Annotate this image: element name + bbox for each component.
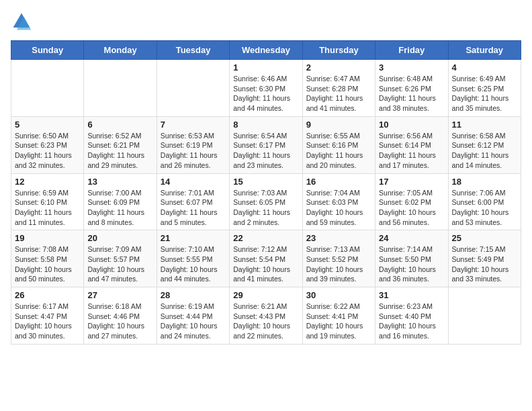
day-number: 27 (87, 290, 152, 300)
day-info: Sunrise: 6:17 AM Sunset: 4:47 PM Dayligh… (15, 302, 80, 341)
day-info: Sunrise: 6:54 AM Sunset: 6:17 PM Dayligh… (233, 131, 298, 171)
day-info: Sunrise: 7:05 AM Sunset: 6:02 PM Dayligh… (379, 188, 444, 228)
day-number: 9 (306, 120, 371, 130)
logo (11, 11, 35, 32)
calendar-week-row: 19Sunrise: 7:08 AM Sunset: 5:58 PM Dayli… (11, 230, 521, 287)
day-number: 12 (15, 177, 80, 187)
day-info: Sunrise: 7:13 AM Sunset: 5:52 PM Dayligh… (306, 244, 371, 284)
day-info: Sunrise: 7:12 AM Sunset: 5:54 PM Dayligh… (233, 244, 298, 284)
calendar-cell: 3Sunrise: 6:48 AM Sunset: 6:26 PM Daylig… (375, 60, 448, 117)
calendar-cell: 8Sunrise: 6:54 AM Sunset: 6:17 PM Daylig… (230, 116, 302, 173)
calendar-week-row: 26Sunrise: 6:17 AM Sunset: 4:47 PM Dayli… (11, 287, 521, 345)
day-number: 15 (233, 177, 298, 187)
calendar-cell (157, 60, 229, 117)
day-info: Sunrise: 6:49 AM Sunset: 6:25 PM Dayligh… (452, 74, 517, 113)
calendar-cell: 17Sunrise: 7:05 AM Sunset: 6:02 PM Dayli… (375, 173, 448, 230)
day-number: 21 (161, 233, 226, 243)
calendar-cell: 12Sunrise: 6:59 AM Sunset: 6:10 PM Dayli… (11, 173, 84, 230)
calendar-cell: 26Sunrise: 6:17 AM Sunset: 4:47 PM Dayli… (11, 287, 84, 345)
weekday-header: Monday (84, 41, 157, 60)
day-number: 30 (306, 290, 371, 300)
weekday-header: Saturday (448, 41, 521, 60)
day-info: Sunrise: 6:55 AM Sunset: 6:16 PM Dayligh… (306, 131, 371, 171)
day-number: 22 (233, 233, 298, 243)
logo-icon (11, 11, 32, 32)
day-number: 25 (452, 233, 517, 243)
calendar-cell: 15Sunrise: 7:03 AM Sunset: 6:05 PM Dayli… (230, 173, 302, 230)
day-info: Sunrise: 6:58 AM Sunset: 6:12 PM Dayligh… (452, 131, 517, 171)
day-info: Sunrise: 6:56 AM Sunset: 6:14 PM Dayligh… (379, 131, 444, 171)
calendar-cell: 4Sunrise: 6:49 AM Sunset: 6:25 PM Daylig… (448, 60, 521, 117)
day-number: 2 (306, 62, 371, 73)
weekday-header: Friday (375, 41, 448, 60)
calendar-cell: 29Sunrise: 6:21 AM Sunset: 4:43 PM Dayli… (230, 287, 302, 345)
day-number: 24 (379, 233, 444, 243)
day-number: 29 (233, 290, 298, 300)
day-info: Sunrise: 6:23 AM Sunset: 4:40 PM Dayligh… (379, 302, 444, 341)
day-number: 7 (161, 120, 226, 130)
day-number: 13 (87, 177, 152, 187)
calendar-cell: 2Sunrise: 6:47 AM Sunset: 6:28 PM Daylig… (302, 60, 375, 117)
calendar-cell: 19Sunrise: 7:08 AM Sunset: 5:58 PM Dayli… (11, 230, 84, 287)
calendar-cell: 11Sunrise: 6:58 AM Sunset: 6:12 PM Dayli… (448, 116, 521, 173)
calendar-cell: 5Sunrise: 6:50 AM Sunset: 6:23 PM Daylig… (11, 116, 84, 173)
calendar-cell: 18Sunrise: 7:06 AM Sunset: 6:00 PM Dayli… (448, 173, 521, 230)
calendar-cell: 30Sunrise: 6:22 AM Sunset: 4:41 PM Dayli… (302, 287, 375, 345)
day-info: Sunrise: 6:19 AM Sunset: 4:44 PM Dayligh… (161, 302, 226, 341)
day-number: 14 (161, 177, 226, 187)
day-number: 1 (233, 62, 298, 73)
day-info: Sunrise: 6:18 AM Sunset: 4:46 PM Dayligh… (87, 302, 152, 341)
day-info: Sunrise: 6:21 AM Sunset: 4:43 PM Dayligh… (233, 302, 298, 341)
day-info: Sunrise: 7:08 AM Sunset: 5:58 PM Dayligh… (15, 244, 80, 284)
calendar-cell: 6Sunrise: 6:52 AM Sunset: 6:21 PM Daylig… (84, 116, 157, 173)
calendar-cell: 21Sunrise: 7:10 AM Sunset: 5:55 PM Dayli… (157, 230, 229, 287)
calendar-cell (448, 287, 521, 345)
calendar-table: SundayMondayTuesdayWednesdayThursdayFrid… (11, 40, 521, 345)
day-number: 19 (15, 233, 80, 243)
day-info: Sunrise: 6:47 AM Sunset: 6:28 PM Dayligh… (306, 74, 371, 113)
day-number: 18 (452, 177, 517, 187)
calendar-cell (11, 60, 84, 117)
day-info: Sunrise: 7:06 AM Sunset: 6:00 PM Dayligh… (452, 188, 517, 228)
day-number: 5 (15, 120, 80, 130)
day-number: 3 (379, 62, 444, 73)
calendar-cell: 22Sunrise: 7:12 AM Sunset: 5:54 PM Dayli… (230, 230, 302, 287)
day-number: 17 (379, 177, 444, 187)
day-info: Sunrise: 7:10 AM Sunset: 5:55 PM Dayligh… (161, 244, 226, 284)
day-number: 8 (233, 120, 298, 130)
calendar-cell: 25Sunrise: 7:15 AM Sunset: 5:49 PM Dayli… (448, 230, 521, 287)
calendar-cell: 28Sunrise: 6:19 AM Sunset: 4:44 PM Dayli… (157, 287, 229, 345)
day-info: Sunrise: 7:15 AM Sunset: 5:49 PM Dayligh… (452, 244, 517, 284)
weekday-header: Sunday (11, 41, 84, 60)
day-info: Sunrise: 7:01 AM Sunset: 6:07 PM Dayligh… (161, 188, 226, 228)
calendar-cell: 16Sunrise: 7:04 AM Sunset: 6:03 PM Dayli… (302, 173, 375, 230)
calendar-cell: 23Sunrise: 7:13 AM Sunset: 5:52 PM Dayli… (302, 230, 375, 287)
day-number: 23 (306, 233, 371, 243)
day-info: Sunrise: 6:48 AM Sunset: 6:26 PM Dayligh… (379, 74, 444, 113)
calendar-week-row: 5Sunrise: 6:50 AM Sunset: 6:23 PM Daylig… (11, 116, 521, 173)
calendar-cell: 27Sunrise: 6:18 AM Sunset: 4:46 PM Dayli… (84, 287, 157, 345)
day-number: 20 (87, 233, 152, 243)
calendar-cell: 1Sunrise: 6:46 AM Sunset: 6:30 PM Daylig… (230, 60, 302, 117)
day-info: Sunrise: 6:52 AM Sunset: 6:21 PM Dayligh… (87, 131, 152, 171)
day-info: Sunrise: 7:03 AM Sunset: 6:05 PM Dayligh… (233, 188, 298, 228)
day-info: Sunrise: 6:59 AM Sunset: 6:10 PM Dayligh… (15, 188, 80, 228)
day-info: Sunrise: 7:00 AM Sunset: 6:09 PM Dayligh… (87, 188, 152, 228)
day-number: 16 (306, 177, 371, 187)
day-info: Sunrise: 6:22 AM Sunset: 4:41 PM Dayligh… (306, 302, 371, 341)
day-info: Sunrise: 7:14 AM Sunset: 5:50 PM Dayligh… (379, 244, 444, 284)
weekday-header: Wednesday (230, 41, 302, 60)
day-info: Sunrise: 7:04 AM Sunset: 6:03 PM Dayligh… (306, 188, 371, 228)
calendar-week-row: 1Sunrise: 6:46 AM Sunset: 6:30 PM Daylig… (11, 60, 521, 117)
day-number: 31 (379, 290, 444, 300)
day-number: 6 (87, 120, 152, 130)
calendar-cell: 9Sunrise: 6:55 AM Sunset: 6:16 PM Daylig… (302, 116, 375, 173)
calendar-cell: 13Sunrise: 7:00 AM Sunset: 6:09 PM Dayli… (84, 173, 157, 230)
weekday-header: Thursday (302, 41, 375, 60)
day-number: 10 (379, 120, 444, 130)
day-info: Sunrise: 7:09 AM Sunset: 5:57 PM Dayligh… (87, 244, 152, 284)
calendar-cell: 14Sunrise: 7:01 AM Sunset: 6:07 PM Dayli… (157, 173, 229, 230)
calendar-cell: 24Sunrise: 7:14 AM Sunset: 5:50 PM Dayli… (375, 230, 448, 287)
day-info: Sunrise: 6:46 AM Sunset: 6:30 PM Dayligh… (233, 74, 298, 113)
weekday-header: Tuesday (157, 41, 229, 60)
